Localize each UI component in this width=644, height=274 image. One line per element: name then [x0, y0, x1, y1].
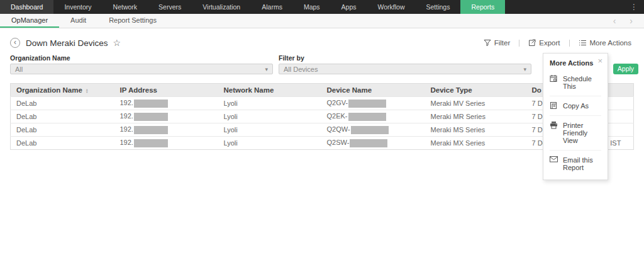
more-actions-menu: More Actions × Schedule This Copy As Pri… [543, 53, 608, 180]
copy-icon [550, 102, 558, 110]
nav-alarms[interactable]: Alarms [251, 0, 293, 14]
sort-icon[interactable]: ▲▼ [86, 88, 89, 93]
header-actions: Filter Export More Actions [481, 39, 634, 47]
table-row: DeLab 192. Lyoli Q2GV- Meraki MV Series … [11, 97, 634, 110]
column-label: Organization Name [16, 86, 82, 94]
column-device-name[interactable]: Device Name [321, 84, 425, 97]
tab-audit[interactable]: Audit [59, 14, 97, 28]
cell-device-name: Q2EK- [321, 110, 425, 123]
report-table-container: Organization Name▲▼ IP Address Network N… [10, 83, 634, 150]
list-icon [579, 39, 587, 47]
cell-organization: DeLab [11, 137, 114, 150]
export-label: Export [539, 39, 560, 47]
column-organization-name[interactable]: Organization Name▲▼ [11, 84, 114, 97]
chevron-down-icon: ▾ [523, 66, 526, 72]
organization-label: Organization Name [10, 54, 273, 62]
menu-item-label: Schedule This [563, 75, 601, 90]
nav-reports[interactable]: Reports [460, 0, 505, 14]
printer-icon [550, 122, 558, 129]
table-row: DeLab 192. Lyoli Q2QW- Meraki MS Series … [11, 123, 634, 137]
menu-title: More Actions [550, 59, 601, 67]
apply-button[interactable]: Apply [613, 64, 638, 74]
separator [569, 40, 570, 47]
redacted-text [134, 113, 168, 121]
cell-organization: DeLab [11, 97, 114, 110]
envelope-icon [550, 156, 558, 163]
report-table: Organization Name▲▼ IP Address Network N… [10, 83, 634, 150]
close-icon[interactable]: × [597, 57, 602, 65]
page-header: ‹ Down Meraki Devices ☆ Filter Export [10, 36, 634, 50]
calendar-clock-icon [550, 75, 558, 83]
cell-ip-address: 192. [114, 123, 218, 137]
menu-item-copy-as[interactable]: Copy As [550, 96, 601, 115]
filter-by-label: Filter by [279, 54, 531, 62]
organization-filter: Organization Name All ▾ [10, 54, 273, 74]
column-ip-address[interactable]: IP Address [114, 84, 218, 97]
more-actions-button[interactable]: More Actions [576, 39, 634, 47]
column-network-name[interactable]: Network Name [218, 84, 321, 97]
more-actions-label: More Actions [590, 39, 631, 47]
menu-item-printer-friendly-view[interactable]: Printer Friendly View [550, 115, 601, 150]
menu-item-label: Copy As [563, 102, 589, 110]
funnel-icon [484, 39, 491, 47]
tab-report-settings[interactable]: Report Settings [97, 14, 168, 28]
nav-dashboard[interactable]: Dashboard [0, 0, 53, 14]
menu-items: Schedule This Copy As Printer Friendly V… [550, 69, 601, 177]
redacted-text [134, 139, 168, 147]
menu-item-email-this-report[interactable]: Email this Report [550, 150, 601, 177]
nav-virtualization[interactable]: Virtualization [192, 0, 251, 14]
column-device-type[interactable]: Device Type [425, 84, 526, 97]
organization-select[interactable]: All ▾ [10, 64, 273, 74]
redacted-text [350, 139, 387, 147]
cell-network-name: Lyoli [218, 123, 321, 137]
nav-settings[interactable]: Settings [416, 0, 461, 14]
chevron-right-icon[interactable]: › [630, 16, 633, 26]
table-row: DeLab 192. Lyoli Q2EK- Meraki MR Series … [11, 110, 634, 123]
cell-network-name: Lyoli [218, 110, 321, 123]
cell-ip-address: 192. [114, 97, 218, 110]
cell-device-type: Meraki MS Series [425, 123, 526, 137]
nav-servers[interactable]: Servers [148, 0, 192, 14]
cell-organization: DeLab [11, 123, 114, 137]
opmanager-report-page: Dashboard Inventory Network Servers Virt… [0, 0, 644, 274]
nav-workflow[interactable]: Workflow [367, 0, 416, 14]
export-icon [528, 39, 536, 47]
redacted-text [348, 113, 386, 121]
cell-device-name: Q2QW- [321, 123, 425, 137]
separator [519, 40, 519, 47]
nav-inventory[interactable]: Inventory [53, 0, 102, 14]
table-row: DeLab 192. Lyoli Q2SW- Meraki MX Series … [11, 137, 634, 150]
nav-apps[interactable]: Apps [331, 0, 367, 14]
organization-value: All [15, 66, 23, 73]
redacted-text [348, 100, 386, 108]
menu-item-label: Printer Friendly View [563, 122, 601, 144]
cell-device-type: Meraki MV Series [425, 97, 526, 110]
favorite-star-icon[interactable]: ☆ [113, 38, 121, 48]
chevron-left-icon[interactable]: ‹ [613, 16, 616, 26]
filters-row: Organization Name All ▾ Filter by All De… [10, 54, 634, 76]
filter-by-value: All Devices [284, 66, 318, 73]
cell-organization: DeLab [11, 110, 114, 123]
cell-device-type: Meraki MR Series [425, 110, 526, 123]
cell-network-name: Lyoli [218, 97, 321, 110]
cell-ip-address: 192. [114, 110, 218, 123]
redacted-text [351, 126, 389, 134]
filter-by-select[interactable]: All Devices ▾ [279, 64, 531, 74]
cell-ip-address: 192. [114, 137, 218, 150]
nav-maps[interactable]: Maps [293, 0, 331, 14]
kebab-menu-icon[interactable]: ⋮ [624, 0, 644, 14]
tab-opmanager[interactable]: OpManager [0, 14, 59, 28]
nav-network[interactable]: Network [103, 0, 148, 14]
back-button[interactable]: ‹ [10, 38, 20, 48]
menu-item-label: Email this Report [563, 156, 601, 171]
cell-device-name: Q2SW- [321, 137, 425, 150]
chevron-down-icon: ▾ [265, 66, 268, 72]
filter-button[interactable]: Filter [481, 39, 513, 47]
cell-device-type: Meraki MX Series [425, 137, 526, 150]
filter-label: Filter [494, 39, 511, 47]
cell-device-name: Q2GV- [321, 97, 425, 110]
menu-item-schedule-this[interactable]: Schedule This [550, 69, 601, 96]
export-button[interactable]: Export [526, 39, 562, 47]
top-navigation: Dashboard Inventory Network Servers Virt… [0, 0, 644, 14]
table-header-row: Organization Name▲▼ IP Address Network N… [11, 84, 634, 97]
